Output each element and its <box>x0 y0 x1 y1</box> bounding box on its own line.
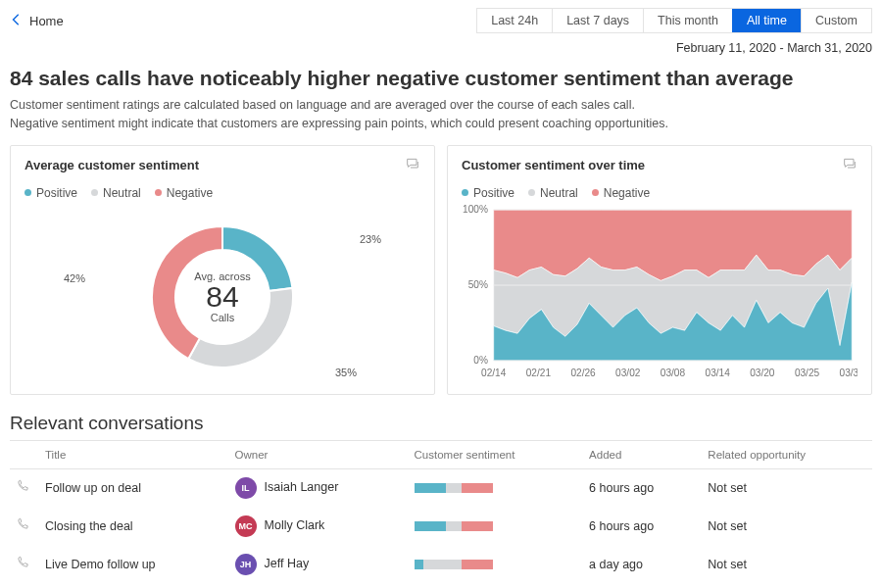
conv-opportunity: Not set <box>702 468 872 507</box>
conv-title: Live Demo follow up <box>39 545 229 583</box>
donut-label-negative: 42% <box>64 272 85 284</box>
donut-label-positive: 23% <box>360 233 381 245</box>
conv-sentiment <box>409 545 584 583</box>
col-related-opportunity: Related opportunity <box>702 440 872 468</box>
svg-text:100%: 100% <box>463 204 488 215</box>
svg-text:50%: 50% <box>468 278 488 289</box>
phone-icon <box>16 556 29 569</box>
conversations-table: TitleOwnerCustomer sentimentAddedRelated… <box>10 440 872 584</box>
conv-owner: JHJeff Hay <box>229 545 409 583</box>
page-title: 84 sales calls have noticeably higher ne… <box>10 67 872 90</box>
conv-opportunity: Not set <box>702 507 872 545</box>
time-card-title: Customer sentiment over time <box>462 158 645 172</box>
phone-icon <box>16 479 29 493</box>
chat-icon[interactable] <box>842 156 858 174</box>
svg-text:0%: 0% <box>473 354 488 365</box>
svg-text:03/30: 03/30 <box>840 367 858 377</box>
date-range-text: February 11, 2020 - March 31, 2020 <box>10 41 872 55</box>
page-subtitle: Customer sentiment ratings are calculate… <box>10 96 872 133</box>
area-chart: 100%50%0%02/1402/2102/2603/0203/0803/140… <box>462 204 858 390</box>
conv-title: Follow up on deal <box>39 468 229 507</box>
svg-text:03/25: 03/25 <box>795 367 820 377</box>
donut-label-neutral: 35% <box>335 367 357 378</box>
col-owner: Owner <box>229 440 409 468</box>
avatar: JH <box>235 554 257 575</box>
col-title: Title <box>39 440 229 468</box>
col-added: Added <box>583 440 702 468</box>
range-btn-custom[interactable]: Custom <box>801 9 871 32</box>
range-btn-last-24h[interactable]: Last 24h <box>477 9 552 32</box>
table-row[interactable]: Live Demo follow upJHJeff Haya day agoNo… <box>10 545 872 583</box>
svg-text:02/26: 02/26 <box>570 367 596 377</box>
conv-added: 6 hours ago <box>583 468 702 507</box>
svg-text:03/14: 03/14 <box>706 367 731 377</box>
conv-opportunity: Not set <box>702 545 872 583</box>
svg-text:02/14: 02/14 <box>481 367 507 377</box>
conversations-heading: Relevant conversations <box>10 413 872 434</box>
back-arrow-icon <box>10 13 24 29</box>
phone-icon <box>16 517 29 531</box>
avatar: IL <box>235 477 257 499</box>
conv-added: 6 hours ago <box>583 507 702 545</box>
sentiment-over-time-card: Customer sentiment over time Positive Ne… <box>447 145 872 395</box>
svg-text:03/02: 03/02 <box>615 367 641 377</box>
svg-text:03/08: 03/08 <box>661 367 686 377</box>
chat-icon[interactable] <box>405 156 420 174</box>
legend: Positive Neutral Negative <box>24 186 420 200</box>
range-btn-last-7-days[interactable]: Last 7 days <box>552 9 643 32</box>
col-icon <box>10 440 39 468</box>
svg-text:03/20: 03/20 <box>750 367 775 377</box>
time-range-group: Last 24hLast 7 daysThis monthAll timeCus… <box>476 8 872 33</box>
col-customer-sentiment: Customer sentiment <box>409 440 584 468</box>
conv-owner: MCMolly Clark <box>229 507 409 545</box>
avg-card-title: Average customer sentiment <box>24 158 199 172</box>
legend: Positive Neutral Negative <box>462 186 858 200</box>
range-btn-all-time[interactable]: All time <box>732 9 801 32</box>
svg-text:02/21: 02/21 <box>526 367 552 377</box>
table-row[interactable]: Follow up on dealILIsaiah Langer6 hours … <box>10 468 872 507</box>
back-home-link[interactable]: Home <box>10 13 64 29</box>
conv-title: Closing the deal <box>39 507 229 545</box>
donut-chart: Avg. across 84 Calls 23% 35% 42% <box>24 204 420 390</box>
avatar: MC <box>235 515 257 537</box>
table-row[interactable]: Closing the dealMCMolly Clark6 hours ago… <box>10 507 872 545</box>
conv-sentiment <box>409 468 584 507</box>
conv-added: a day ago <box>583 545 702 583</box>
conv-sentiment <box>409 507 584 545</box>
range-btn-this-month[interactable]: This month <box>643 9 732 32</box>
conv-owner: ILIsaiah Langer <box>229 468 409 507</box>
back-label: Home <box>29 14 64 28</box>
avg-sentiment-card: Average customer sentiment Positive Neut… <box>10 145 435 395</box>
